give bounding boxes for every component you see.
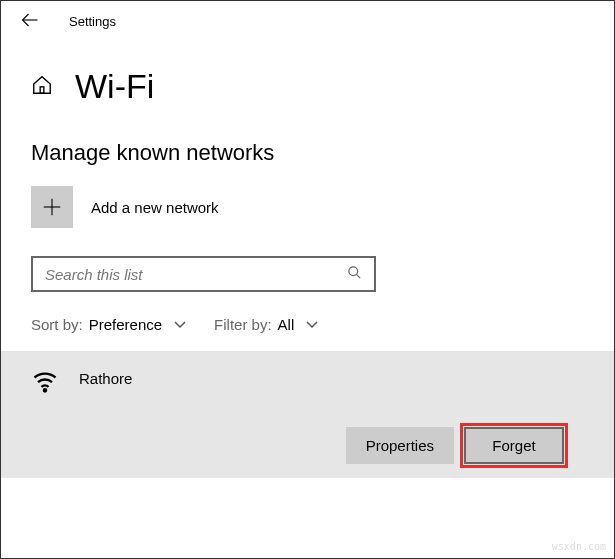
plus-icon[interactable]	[31, 186, 73, 228]
filter-value: All	[278, 316, 295, 333]
network-header: Rathore	[31, 367, 584, 399]
filter-by-dropdown[interactable]: Filter by: All	[214, 316, 318, 333]
search-input[interactable]	[45, 266, 347, 283]
forget-button[interactable]: Forget	[464, 427, 564, 464]
sort-filter-row: Sort by: Preference Filter by: All	[1, 310, 614, 351]
svg-point-4	[349, 267, 358, 276]
filter-label: Filter by:	[214, 316, 272, 333]
chevron-down-icon	[174, 318, 186, 332]
title-row: Wi-Fi	[1, 42, 614, 116]
settings-label: Settings	[69, 14, 116, 29]
chevron-down-icon	[306, 318, 318, 332]
add-network-row[interactable]: Add a new network	[1, 186, 614, 248]
search-box[interactable]	[31, 256, 376, 292]
section-title: Manage known networks	[1, 116, 614, 186]
page-title: Wi-Fi	[75, 67, 154, 106]
header-bar: Settings	[1, 1, 614, 42]
button-row: Properties Forget	[31, 399, 584, 464]
network-item[interactable]: Rathore Properties Forget	[1, 351, 614, 478]
sort-value: Preference	[89, 316, 162, 333]
search-icon[interactable]	[347, 265, 362, 283]
network-name: Rathore	[79, 370, 132, 397]
sort-label: Sort by:	[31, 316, 83, 333]
properties-button[interactable]: Properties	[346, 427, 454, 464]
sort-by-dropdown[interactable]: Sort by: Preference	[31, 316, 186, 333]
svg-rect-1	[40, 86, 44, 92]
watermark: wsxdn.com	[552, 541, 606, 552]
back-arrow-icon[interactable]	[21, 11, 39, 32]
svg-line-5	[356, 274, 360, 278]
add-network-label: Add a new network	[91, 199, 219, 216]
wifi-icon	[31, 367, 59, 399]
svg-point-6	[44, 389, 46, 391]
home-icon[interactable]	[31, 74, 53, 100]
